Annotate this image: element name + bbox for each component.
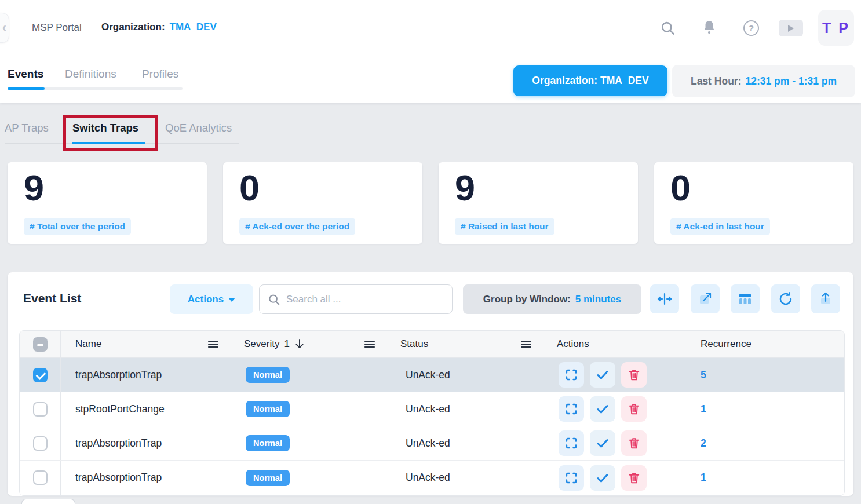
column-menu-icon[interactable] (520, 339, 532, 349)
export-button[interactable] (811, 284, 840, 313)
recurrence-count[interactable]: 5 (681, 369, 845, 381)
delete-button[interactable] (621, 362, 647, 388)
app-title: MSP Portal (32, 22, 82, 34)
acknowledge-button[interactable] (590, 396, 615, 422)
select-all-checkbox[interactable] (33, 337, 48, 352)
open-external-button[interactable] (691, 284, 720, 313)
column-label: Name (75, 338, 203, 350)
delete-button[interactable] (621, 396, 647, 422)
group-by-window-selector[interactable]: Group by Window: 5 minutes (463, 284, 641, 314)
severity-cell: Normal (229, 367, 386, 383)
subtab-ap-traps[interactable]: AP Traps (5, 122, 49, 134)
acknowledge-button[interactable] (590, 430, 615, 456)
search-input[interactable] (286, 294, 444, 305)
recurrence-count[interactable]: 1 (681, 403, 845, 415)
recurrence-count[interactable]: 2 (681, 437, 845, 450)
recurrence-count[interactable]: 1 (681, 472, 845, 484)
table-row[interactable]: trapAbsorptionTrap Normal UnAck-ed (20, 426, 844, 461)
table-row[interactable]: trapAbsorptionTrap Normal UnAck-ed (20, 461, 844, 495)
expand-icon (564, 402, 578, 416)
row-checkbox[interactable] (33, 402, 48, 417)
delete-button[interactable] (621, 430, 647, 456)
stat-label: # Ack-ed in last hour (670, 218, 770, 235)
row-actions (542, 430, 681, 456)
columns-button[interactable] (731, 284, 760, 313)
acknowledge-check-icon (596, 368, 610, 382)
tab-events[interactable]: Events (8, 68, 43, 81)
acknowledge-button[interactable] (590, 465, 615, 491)
resize-columns-button[interactable] (650, 284, 679, 313)
severity-badge: Normal (246, 367, 290, 383)
row-checkbox[interactable] (33, 368, 48, 382)
stat-card-total: 9 # Total over the period (8, 162, 207, 244)
stat-value: 9 (455, 167, 475, 209)
acknowledge-button[interactable] (590, 362, 615, 388)
column-header-actions: Actions (542, 338, 681, 350)
back-button[interactable]: ‹ (0, 13, 9, 43)
acknowledge-check-icon (596, 436, 610, 450)
tab-definitions[interactable]: Definitions (65, 68, 116, 81)
expand-button[interactable] (559, 465, 584, 491)
search-field[interactable] (259, 284, 453, 314)
row-checkbox-cell[interactable] (20, 461, 61, 495)
organization-filter-button[interactable]: Organization: TMA_DEV (513, 65, 667, 96)
refresh-icon (778, 291, 794, 307)
caret-down-icon (228, 298, 235, 302)
help-icon[interactable]: ? (743, 20, 759, 36)
severity-badge: Normal (246, 401, 290, 417)
actions-dropdown-button[interactable]: Actions (170, 284, 253, 314)
delete-trash-icon (627, 471, 641, 485)
status-value: UnAck-ed (386, 403, 542, 415)
expand-button[interactable] (559, 362, 584, 388)
column-header-name[interactable]: Name (61, 338, 229, 350)
row-checkbox[interactable] (33, 436, 48, 451)
subtab-qoe-analytics[interactable]: QoE Analytics (165, 122, 232, 134)
user-avatar[interactable]: T P (818, 10, 854, 46)
events-table: Name Severity 1 (19, 330, 845, 496)
column-menu-icon[interactable] (364, 339, 375, 349)
row-checkbox[interactable] (33, 470, 48, 485)
delete-trash-icon (627, 402, 641, 416)
row-checkbox-cell[interactable] (20, 392, 61, 426)
table-row[interactable]: trapAbsorptionTrap Normal UnAck-ed (20, 358, 844, 392)
stat-value: 0 (239, 167, 260, 209)
open-external-icon (697, 291, 713, 307)
severity-badge: Normal (246, 470, 290, 486)
column-label: Actions (557, 338, 589, 350)
event-name: trapAbsorptionTrap (61, 437, 229, 450)
organization-name-link[interactable]: TMA_DEV (170, 21, 217, 32)
tab-profiles[interactable]: Profiles (142, 68, 178, 81)
pagination-control-partial[interactable] (21, 499, 75, 504)
notifications-bell-icon[interactable] (701, 19, 718, 36)
delete-trash-icon (627, 368, 641, 382)
group-by-label: Group by Window: (483, 294, 571, 305)
severity-cell: Normal (229, 470, 386, 486)
row-checkbox-cell[interactable] (20, 426, 61, 460)
stat-card-raised-hour: 9 # Raised in last hour (439, 162, 638, 244)
header-checkbox-cell[interactable] (20, 331, 61, 357)
severity-badge: Normal (246, 435, 290, 451)
sort-desc-arrow-icon[interactable] (294, 338, 305, 350)
acknowledge-check-icon (596, 471, 610, 485)
time-range-selector[interactable]: Last Hour: 12:31 pm - 1:31 pm (672, 65, 855, 97)
row-checkbox-cell[interactable] (20, 358, 61, 392)
table-header-row: Name Severity 1 (20, 331, 844, 358)
organization-breadcrumb: Organization:TMA_DEV (101, 21, 217, 33)
export-icon (818, 291, 834, 307)
row-actions (542, 465, 681, 491)
expand-button[interactable] (559, 396, 584, 422)
column-label: Recurrence (701, 338, 751, 350)
status-value: UnAck-ed (386, 472, 542, 484)
column-menu-icon[interactable] (207, 339, 219, 349)
refresh-button[interactable] (771, 284, 800, 313)
delete-button[interactable] (621, 465, 647, 491)
status-value: UnAck-ed (386, 369, 542, 381)
tutorial-play-icon[interactable] (779, 20, 803, 36)
expand-button[interactable] (559, 430, 584, 456)
table-row[interactable]: stpRootPortChange Normal UnAck-ed (20, 392, 844, 426)
column-header-severity[interactable]: Severity 1 (229, 338, 386, 350)
search-icon (268, 293, 280, 306)
column-header-status[interactable]: Status (386, 338, 542, 350)
search-icon[interactable] (659, 19, 676, 36)
annotation-highlight-box (63, 115, 158, 151)
